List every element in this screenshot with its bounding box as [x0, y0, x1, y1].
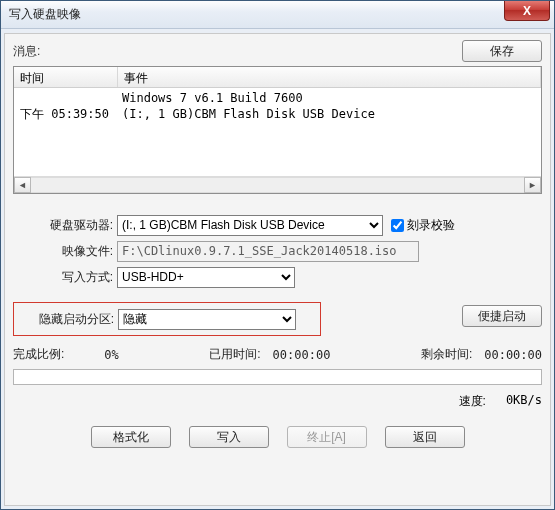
progress-label: 完成比例:	[13, 346, 64, 363]
log-body: Windows 7 v6.1 Build 7600 下午 05:39:50 (I…	[14, 88, 541, 176]
disk-drive-label: 硬盘驱动器:	[13, 217, 117, 234]
write-mode-label: 写入方式:	[13, 269, 117, 286]
disk-drive-row: 硬盘驱动器: (I:, 1 GB)CBM Flash Disk USB Devi…	[13, 212, 542, 238]
titlebar: 写入硬盘映像 X	[1, 1, 554, 29]
remain-value: 00:00:00	[484, 348, 542, 362]
log-header: 时间 事件	[14, 67, 541, 88]
log-event: (I:, 1 GB)CBM Flash Disk USB Device	[118, 106, 541, 122]
log-time: 下午 05:39:50	[14, 106, 118, 122]
list-item[interactable]: Windows 7 v6.1 Build 7600	[14, 90, 541, 106]
remain-label: 剩余时间:	[421, 346, 472, 363]
progress-bar	[13, 369, 542, 385]
close-button[interactable]: X	[504, 1, 550, 21]
back-button[interactable]: 返回	[385, 426, 465, 448]
window: 写入硬盘映像 X 消息: 保存 时间 事件 Windows 7	[0, 0, 555, 510]
close-icon: X	[523, 4, 531, 18]
form-area: 硬盘驱动器: (I:, 1 GB)CBM Flash Disk USB Devi…	[13, 212, 542, 448]
scroll-track[interactable]	[31, 177, 524, 193]
progress-row: 完成比例: 0% 已用时间: 00:00:00 剩余时间: 00:00:00	[13, 346, 542, 363]
format-button[interactable]: 格式化	[91, 426, 171, 448]
speed-label: 速度:	[459, 393, 486, 410]
image-file-label: 映像文件:	[13, 243, 117, 260]
highlight-box: 隐藏启动分区: 隐藏	[13, 302, 321, 336]
client-area: 消息: 保存 时间 事件 Windows 7 v6.1 Build 7600 下	[1, 29, 554, 509]
elapsed-label: 已用时间:	[209, 346, 260, 363]
disk-drive-select[interactable]: (I:, 1 GB)CBM Flash Disk USB Device	[117, 215, 383, 236]
message-row: 消息: 保存	[13, 40, 542, 62]
dialog-body: 消息: 保存 时间 事件 Windows 7 v6.1 Build 7600 下	[4, 33, 551, 506]
horizontal-scrollbar[interactable]: ◄ ►	[14, 176, 541, 193]
burn-verify-input[interactable]	[391, 219, 404, 232]
scroll-right-icon[interactable]: ►	[524, 177, 541, 193]
log-time	[14, 90, 118, 106]
message-label: 消息:	[13, 43, 40, 60]
write-button[interactable]: 写入	[189, 426, 269, 448]
speed-value: 0KB/s	[506, 393, 542, 410]
abort-button[interactable]: 终止[A]	[287, 426, 367, 448]
log-list: 时间 事件 Windows 7 v6.1 Build 7600 下午 05:39…	[13, 66, 542, 194]
hide-boot-row: 隐藏启动分区: 隐藏 便捷启动	[13, 296, 542, 336]
col-event-header[interactable]: 事件	[118, 67, 541, 87]
image-file-row: 映像文件:	[13, 238, 542, 264]
scroll-left-icon[interactable]: ◄	[14, 177, 31, 193]
window-title: 写入硬盘映像	[1, 6, 81, 23]
bottom-buttons: 格式化 写入 终止[A] 返回	[13, 426, 542, 448]
quick-start-button[interactable]: 便捷启动	[462, 305, 542, 327]
save-button[interactable]: 保存	[462, 40, 542, 62]
col-time-header[interactable]: 时间	[14, 67, 118, 87]
write-mode-row: 写入方式: USB-HDD+	[13, 264, 542, 290]
burn-verify-label: 刻录校验	[407, 217, 455, 234]
elapsed-value: 00:00:00	[273, 348, 331, 362]
hide-boot-label: 隐藏启动分区:	[14, 311, 118, 328]
progress-value: 0%	[104, 348, 118, 362]
image-file-field[interactable]	[117, 241, 419, 262]
hide-boot-select[interactable]: 隐藏	[118, 309, 296, 330]
list-item[interactable]: 下午 05:39:50 (I:, 1 GB)CBM Flash Disk USB…	[14, 106, 541, 122]
speed-row: 速度: 0KB/s	[13, 393, 542, 410]
log-event: Windows 7 v6.1 Build 7600	[118, 90, 541, 106]
write-mode-select[interactable]: USB-HDD+	[117, 267, 295, 288]
burn-verify-checkbox[interactable]: 刻录校验	[391, 217, 455, 234]
